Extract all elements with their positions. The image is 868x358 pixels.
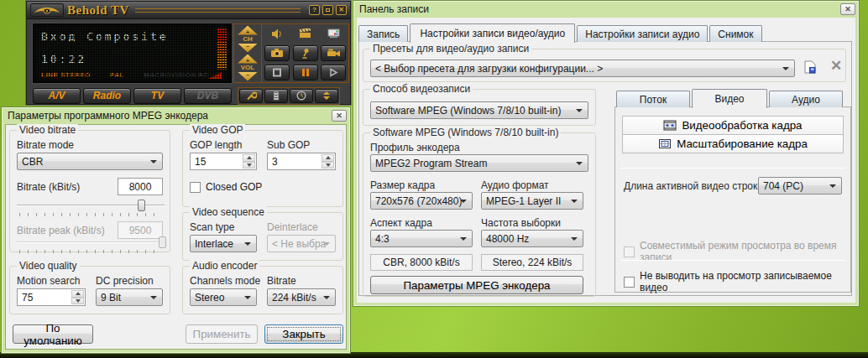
- slider-thumb[interactable]: [138, 200, 145, 211]
- channel-up-button[interactable]: +: [238, 26, 258, 35]
- gop-length-spinner[interactable]: 15: [190, 153, 257, 170]
- spin-up-button[interactable]: [322, 154, 334, 162]
- record-panel-title-bar[interactable]: Панель записи ✕: [353, 1, 859, 18]
- frame-size-select[interactable]: 720x576 (720x480): [370, 192, 473, 210]
- delete-preset-icon[interactable]: ✕: [830, 57, 842, 75]
- chevron-down-icon: [150, 160, 157, 167]
- behold-tv-window: Behold TV ? ✕ Вход Composite 10:22 LINE …: [25, 0, 352, 106]
- closed-gop-checkbox[interactable]: Closed GOP: [190, 181, 262, 193]
- bitrate-label: Bitrate (kBit/s): [17, 181, 80, 193]
- motion-search-label: Motion search: [17, 275, 80, 287]
- close-button[interactable]: ✕: [332, 110, 347, 122]
- video-bitrate-group: Video bitrate Bitrate mode CBR Bitrate (…: [9, 130, 170, 252]
- updown-arrows-button[interactable]: [315, 89, 338, 103]
- channel-down-button[interactable]: −: [238, 44, 258, 53]
- volume-down-button[interactable]: −: [238, 72, 258, 81]
- profile-select[interactable]: MPEG2 Program Stream: [370, 154, 588, 172]
- tab-snapshot[interactable]: Снимок: [709, 25, 761, 42]
- audio-bitrate-select[interactable]: 224 kBit/s: [267, 288, 336, 306]
- chevron-down-icon: [576, 109, 583, 116]
- speaker-icon[interactable]: [264, 26, 290, 41]
- lcd-rc: RC: [198, 71, 209, 79]
- help-button[interactable]: ?: [309, 5, 320, 15]
- slider-thumb: [159, 236, 166, 248]
- spin-down-button[interactable]: [71, 298, 84, 305]
- bitrate-peak-label: Bitrate peak (kBit/s): [17, 225, 105, 236]
- play-button[interactable]: [321, 65, 346, 80]
- spin-up-button[interactable]: [71, 290, 84, 298]
- bitrate-value-field[interactable]: 8000: [118, 178, 163, 195]
- audio-format-select[interactable]: MPEG-1 Layer II: [481, 192, 583, 210]
- record-panel-body: Запись Настройки записи видео/аудио Наст…: [357, 18, 855, 303]
- sample-rate-select[interactable]: 48000 Hz: [481, 230, 583, 247]
- aspect-select[interactable]: 4:3: [370, 230, 473, 247]
- tab-audio-settings[interactable]: Настройки записи аудио: [577, 25, 708, 42]
- tab-record[interactable]: Запись: [358, 25, 408, 42]
- group-label: Пресеты для видео/аудио записи: [370, 43, 531, 54]
- profile-value: MPEG2 Program Stream: [375, 158, 487, 169]
- checkbox-box[interactable]: [190, 182, 201, 193]
- mpeg-encoder-window: Параметры программного MPEG энкодера ✕ V…: [1, 106, 351, 354]
- aspect-value: 4:3: [375, 233, 390, 245]
- snapshot-button[interactable]: [264, 45, 290, 61]
- close-dialog-button[interactable]: Закрыть: [264, 324, 343, 344]
- chevron-down-icon: [571, 200, 578, 206]
- channels-mode-select[interactable]: Stereo: [190, 288, 257, 306]
- bitrate-slider[interactable]: [17, 200, 165, 216]
- lcd-macrovision: MACROVISION: [144, 71, 196, 79]
- line-length-select[interactable]: 704 (PC): [758, 177, 842, 195]
- video-audio-settings-page: Пресеты для видео/аудио записи < Выбор п…: [358, 41, 852, 296]
- scan-type-select[interactable]: Interlace: [190, 235, 257, 252]
- display-mode-icon[interactable]: [321, 26, 346, 41]
- bitrate-peak-slider: [17, 236, 165, 253]
- save-preset-icon[interactable]: [803, 60, 817, 76]
- group-label: Video GOP: [190, 124, 245, 136]
- checkbox-box[interactable]: [624, 277, 635, 288]
- tv-mode-button[interactable]: TV: [133, 88, 181, 104]
- preset-select[interactable]: < Выбор пресета для загрузки конфигураци…: [370, 60, 795, 77]
- tab-video-audio-settings[interactable]: Настройки записи видео/аудио: [410, 23, 575, 43]
- mpeg-params-button[interactable]: Параметры MPEG энкодера: [370, 276, 583, 294]
- encoder-title-bar[interactable]: Параметры программного MPEG энкодера ✕: [2, 107, 350, 124]
- volume-up-button[interactable]: +: [238, 54, 258, 64]
- video-sequence-group: Video sequence Scan type Interlace Deint…: [182, 212, 343, 261]
- dc-precision-select[interactable]: 9 Bit: [96, 288, 163, 306]
- radio-mode-button[interactable]: Radio: [83, 88, 131, 104]
- motion-search-spinner[interactable]: 75: [17, 288, 86, 306]
- minimize-button[interactable]: [322, 5, 333, 15]
- settings-wrench-button[interactable]: [239, 89, 263, 103]
- record-video-button[interactable]: [321, 45, 346, 61]
- av-mode-button[interactable]: A/V: [33, 88, 81, 104]
- scheduler-clock-button[interactable]: [290, 89, 313, 103]
- no-preview-checkbox[interactable]: Не выводить на просмотр записываемое вид…: [624, 270, 844, 293]
- spin-up-button[interactable]: [243, 154, 255, 162]
- tab-stream[interactable]: Поток: [616, 91, 690, 107]
- defaults-button[interactable]: По умолчанию: [13, 324, 93, 344]
- dc-precision-label: DC precision: [96, 275, 154, 287]
- pause-button[interactable]: [293, 65, 318, 80]
- video-quality-group: Video quality Motion search 75 DC precis…: [9, 266, 170, 314]
- tab-video[interactable]: Видео: [692, 89, 767, 108]
- sub-gop-spinner[interactable]: 3: [267, 153, 336, 170]
- bitrate-mode-select[interactable]: CBR: [17, 153, 163, 170]
- video-processing-button[interactable]: Видеообработка кадра: [622, 116, 844, 135]
- profile-label: Профиль энкодера: [370, 142, 460, 153]
- audio-bitrate-label: Bitrate: [267, 275, 296, 287]
- close-button[interactable]: ✕: [840, 3, 855, 15]
- clapperboard-icon[interactable]: [293, 26, 318, 41]
- frame-scaling-button[interactable]: Масштабирование кадра: [622, 134, 844, 153]
- tab-audio[interactable]: Аудио: [769, 91, 843, 107]
- microphone-button[interactable]: [293, 45, 318, 61]
- spin-down-button[interactable]: [243, 162, 255, 169]
- stop-button[interactable]: [264, 65, 290, 80]
- frame-scaling-icon: [658, 138, 672, 149]
- utility-buttons-frame: [238, 87, 340, 105]
- spin-down-button[interactable]: [322, 162, 334, 169]
- filmstrip-button[interactable]: [264, 89, 288, 103]
- scan-type-label: Scan type: [190, 221, 234, 233]
- close-button[interactable]: ✕: [336, 5, 347, 15]
- button-label: Видеообработка кадра: [682, 119, 802, 132]
- record-method-select[interactable]: Software MPEG (Windows 7/8/10 built-in): [370, 101, 588, 119]
- apply-button: Применить: [186, 324, 258, 344]
- behold-title-bar[interactable]: Behold TV ? ✕: [27, 2, 350, 19]
